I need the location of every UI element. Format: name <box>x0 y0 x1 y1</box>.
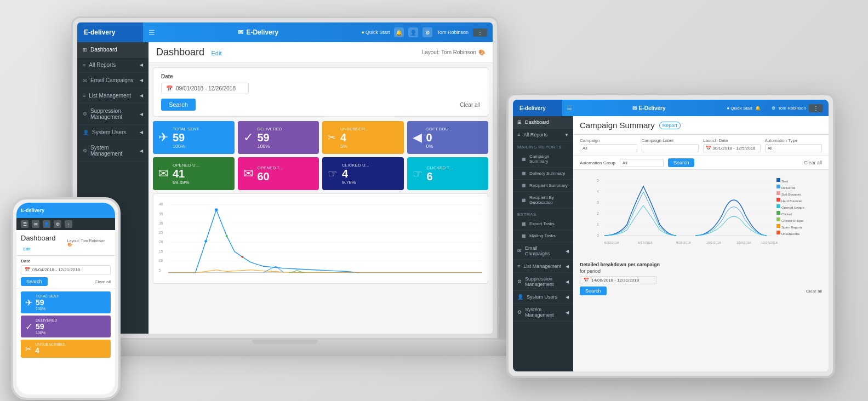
users-arrow-icon: ◀ <box>140 130 143 135</box>
tablet-mailing-section: Mailing Reports <box>513 141 573 151</box>
stat-card-unsubscribed: ✂ UNSUBSCR... 4 5% <box>322 121 404 154</box>
launch-date-input[interactable]: 📅 30/1/2018 - 12/5/2018 <box>703 144 761 152</box>
tablet-notification-icon[interactable]: 🔔 <box>755 106 761 111</box>
stat-card-total-sent: ✈ TOTAL SENT 59 100% <box>153 121 235 154</box>
user-icon[interactable]: 👤 <box>408 27 418 37</box>
detail-search-button[interactable]: Search <box>580 287 607 295</box>
svg-rect-44 <box>776 198 780 202</box>
tablet-recipient-icon: ▦ <box>522 183 526 188</box>
dashboard-edit-link[interactable]: Edit <box>212 50 222 56</box>
laptop-main-content: Dashboard Edit Layout: Tom Robinson 🎨 Da… <box>149 42 493 334</box>
svg-text:Sent: Sent <box>781 180 789 183</box>
svg-text:Clicked: Clicked <box>781 213 792 216</box>
laptop-app-title: E-Delivery <box>246 28 278 36</box>
date-input[interactable]: 📅 09/01/2018 - 12/26/2018 <box>161 83 249 94</box>
automation-type-label: Automation Type <box>765 138 823 143</box>
phone-menu-icon[interactable]: ☰ <box>21 220 28 228</box>
phone-search-button[interactable]: Search <box>21 277 48 286</box>
tablet-search-button[interactable]: Search <box>668 158 695 167</box>
phone-date-input[interactable]: 📅 09/04/2018 - 12/21/2018 <box>21 265 111 274</box>
tablet-main-content: Campaign Summary Report Campaign Ca <box>573 116 829 371</box>
notification-icon[interactable]: 🔔 <box>394 27 404 37</box>
delivered-icon: ✓ <box>243 130 253 145</box>
email-campaigns-icon: ✉ <box>83 78 87 83</box>
tablet-export-tasks[interactable]: ▦ Export Tasks <box>513 218 573 230</box>
tablet-list-arrow: ◀ <box>566 264 569 269</box>
phone-clear-button[interactable]: Clear all <box>95 279 111 284</box>
search-button[interactable]: Search <box>161 99 196 111</box>
laptop-menu-icon[interactable]: ☰ <box>143 28 161 37</box>
automation-type-input[interactable] <box>765 144 823 152</box>
svg-text:Delivered: Delivered <box>781 186 795 190</box>
sidebar-item-list-management[interactable]: ≡ List Management ◀ <box>77 88 149 104</box>
svg-text:Soft Bounced: Soft Bounced <box>781 193 801 196</box>
phone-unsubscribed-info: UNSUBSCRIBED 4 <box>35 342 106 355</box>
unsubscribed-label: UNSUBSCR... <box>340 127 398 131</box>
clicked-unique-label: CLICKED U... <box>342 163 398 168</box>
phone-envelope-icon[interactable]: ✉ <box>32 220 39 228</box>
suppression-icon: ⚙ <box>83 111 87 117</box>
detail-clear-button[interactable]: Clear all <box>806 289 822 294</box>
tablet-sidebar: ⊞ Dashboard ≡ All Reports ▼ Mailing Repo… <box>513 116 573 371</box>
tablet-suppression[interactable]: ⚙ Suppression Management ◀ <box>513 273 573 291</box>
tablet-settings-icon[interactable]: ⚙ <box>772 106 775 111</box>
svg-rect-52 <box>776 224 780 228</box>
tablet-share-button[interactable]: ⋮ <box>809 104 823 112</box>
svg-text:10/1/2018: 10/1/2018 <box>706 241 721 244</box>
tablet-quick-start[interactable]: ● Quick Start <box>727 106 752 111</box>
tablet-clear-button[interactable]: Clear all <box>804 160 822 165</box>
tablet-brand: E-delivery <box>513 100 562 116</box>
svg-text:Opened Unique: Opened Unique <box>781 206 805 209</box>
tablet-delivery-summary[interactable]: ▦ Delivery Summary <box>513 168 573 180</box>
clicked-unique-value: 4 <box>342 168 398 180</box>
settings-icon[interactable]: ⚙ <box>422 27 432 37</box>
tablet-sidebar-dashboard[interactable]: ⊞ Dashboard <box>513 116 573 129</box>
delivered-info: DELIVERED 59 100% <box>258 127 314 149</box>
sidebar-item-email-campaigns[interactable]: ✉ Email Campaigns ◀ <box>77 73 149 88</box>
tablet-list-management[interactable]: ≡ List Management ◀ <box>513 260 573 273</box>
sidebar-item-system-management[interactable]: ⚙ System Management ◀ <box>77 140 149 162</box>
phone-share-icon[interactable]: ⋮ <box>65 220 72 228</box>
clear-all-button[interactable]: Clear all <box>460 102 480 108</box>
svg-text:10/26/2018: 10/26/2018 <box>761 241 778 244</box>
tablet-geo-label: Recipient By Geolocation <box>529 195 569 205</box>
sidebar-item-system-users[interactable]: 👤 System Users ◀ <box>77 125 149 140</box>
tablet-system-management[interactable]: ⚙ System Management ◀ <box>513 303 573 322</box>
list-mgmt-icon: ≡ <box>83 93 85 99</box>
tablet-menu-icon[interactable]: ☰ <box>562 105 576 112</box>
campaign-label-input[interactable] <box>642 144 699 152</box>
launch-date-calendar-icon: 📅 <box>706 146 711 151</box>
tablet-email-campaigns[interactable]: ✉ Email Campaigns ◀ <box>513 242 573 260</box>
tablet-recipient-geo[interactable]: ▦ Recipient By Geolocation <box>513 192 573 209</box>
campaign-title-area: Campaign Summary Report <box>580 121 822 130</box>
clicked-unique-icon: ☞ <box>328 167 338 180</box>
tablet-dash-label: Dashboard <box>525 119 549 125</box>
phone-dash-title-area: Dashboard Edit <box>21 233 67 253</box>
svg-text:0: 0 <box>597 233 599 237</box>
sidebar-item-suppression[interactable]: ⚙ Suppression Management ◀ <box>77 104 149 125</box>
automation-group-input[interactable]: All <box>620 159 664 167</box>
sidebar-item-dashboard[interactable]: ⊞ Dashboard <box>77 42 149 58</box>
share-button[interactable]: ⋮ <box>473 28 487 37</box>
svg-text:5: 5 <box>597 179 599 182</box>
tablet-recipient-summary[interactable]: ▦ Recipient Summary <box>513 180 573 192</box>
tablet-sidebar-reports[interactable]: ≡ All Reports ▼ <box>513 129 573 141</box>
tablet-campaign-summary[interactable]: ▦ Campaign Summary <box>513 151 573 168</box>
sent-label: TOTAL SENT <box>173 127 229 131</box>
svg-rect-42 <box>776 191 780 195</box>
tablet-delivery-label: Delivery Summary <box>529 171 565 176</box>
phone-edit-link[interactable]: Edit <box>23 247 31 251</box>
phone-settings-icon[interactable]: ⚙ <box>54 220 61 228</box>
laptop-chart-svg: 40 35 30 25 20 15 10 5 <box>159 199 482 278</box>
tablet-mailing-tasks[interactable]: ▦ Mailing Tasks <box>513 230 573 242</box>
tablet-system-users[interactable]: 👤 System Users ◀ <box>513 291 573 303</box>
laptop-brand-label: E-delivery <box>84 28 115 36</box>
campaign-filter-input[interactable] <box>580 144 637 152</box>
quick-start-label[interactable]: ● Quick Start <box>362 30 390 35</box>
dashboard-title: Dashboard <box>156 47 204 58</box>
sidebar-item-all-reports[interactable]: ≡ All Reports ◀ <box>77 58 149 73</box>
laptop-screen: E-delivery ☰ ✉ E-Delivery ● Quick Start … <box>77 22 493 334</box>
detail-date-input[interactable]: 📅 14/06/2018 - 12/31/2018 <box>580 276 656 284</box>
tablet-user-icon[interactable]: 👤 <box>763 106 769 111</box>
phone-user-icon[interactable]: 👤 <box>43 220 50 228</box>
